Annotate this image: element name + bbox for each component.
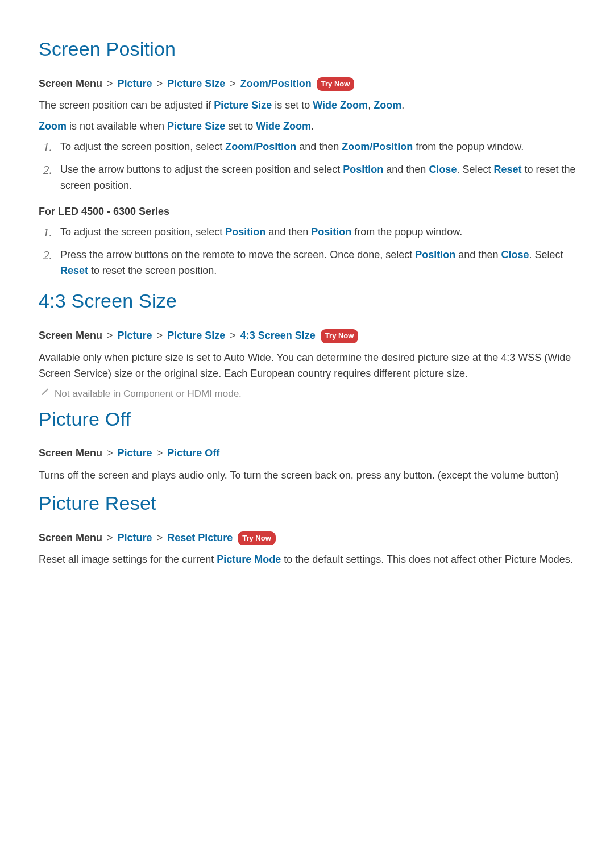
chevron-right-icon: > xyxy=(228,78,238,89)
breadcrumb-root: Screen Menu xyxy=(39,78,102,89)
highlight-term: Close xyxy=(501,249,529,260)
chevron-right-icon: > xyxy=(105,447,115,459)
highlight-term: Zoom xyxy=(374,99,401,111)
breadcrumb-item: Picture xyxy=(118,447,152,459)
manual-page: Screen Position Screen Menu > Picture > … xyxy=(0,0,614,868)
highlight-term: Close xyxy=(429,164,457,175)
breadcrumb-item: Picture xyxy=(118,78,152,89)
highlight-term: Picture Size xyxy=(167,121,225,132)
breadcrumb-root: Screen Menu xyxy=(39,330,102,341)
breadcrumb-item: Picture xyxy=(118,532,152,543)
list-item: 1. To adjust the screen position, select… xyxy=(43,139,578,155)
breadcrumb-item: 4:3 Screen Size xyxy=(240,330,316,341)
heading-screen-position: Screen Position xyxy=(39,34,578,64)
highlight-term: Reset xyxy=(60,265,88,276)
highlight-term: Zoom/Position xyxy=(225,141,296,152)
breadcrumb-item: Picture Size xyxy=(167,78,225,89)
breadcrumb-item: Reset Picture xyxy=(167,532,233,543)
try-now-badge[interactable]: Try Now xyxy=(238,531,276,546)
chevron-right-icon: > xyxy=(105,78,115,89)
list-marker: 1. xyxy=(43,139,60,155)
chevron-right-icon: > xyxy=(155,78,165,89)
paragraph: Turns off the screen and plays audio onl… xyxy=(39,467,578,484)
paragraph: The screen position can be adjusted if P… xyxy=(39,97,578,114)
breadcrumb-root: Screen Menu xyxy=(39,447,102,459)
highlight-term: Zoom/Position xyxy=(342,141,413,152)
breadcrumb-root: Screen Menu xyxy=(39,532,102,543)
breadcrumb: Screen Menu > Picture > Picture Off xyxy=(39,445,578,462)
highlight-term: Position xyxy=(415,249,455,260)
highlight-term: Picture Mode xyxy=(217,554,281,565)
breadcrumb-item: Zoom/Position xyxy=(240,78,312,89)
breadcrumb-item: Picture Size xyxy=(167,330,225,341)
list-item: 2. Press the arrow buttons on the remote… xyxy=(43,247,578,279)
paragraph: Available only when picture size is set … xyxy=(39,350,578,383)
note: Not available in Component or HDMI mode. xyxy=(41,387,578,401)
list-marker: 2. xyxy=(43,247,60,263)
chevron-right-icon: > xyxy=(105,330,115,341)
highlight-term: Zoom xyxy=(39,121,67,132)
try-now-badge[interactable]: Try Now xyxy=(317,77,355,92)
highlight-term: Wide Zoom xyxy=(313,99,368,111)
heading-picture-off: Picture Off xyxy=(39,404,578,434)
ordered-list: 1. To adjust the screen position, select… xyxy=(39,225,578,279)
chevron-right-icon: > xyxy=(155,532,165,543)
pencil-icon xyxy=(41,387,55,395)
list-item: 1. To adjust the screen position, select… xyxy=(43,225,578,240)
heading-43-screen-size: 4:3 Screen Size xyxy=(39,286,578,316)
list-marker: 2. xyxy=(43,162,60,178)
chevron-right-icon: > xyxy=(155,330,165,341)
highlight-term: Position xyxy=(343,164,383,175)
chevron-right-icon: > xyxy=(155,447,165,459)
highlight-term: Picture Size xyxy=(214,99,272,111)
highlight-term: Wide Zoom xyxy=(256,121,311,132)
note-text: Not available in Component or HDMI mode. xyxy=(55,387,242,401)
paragraph: Zoom is not available when Picture Size … xyxy=(39,118,578,135)
chevron-right-icon: > xyxy=(228,330,238,341)
list-item: 2. Use the arrow buttons to adjust the s… xyxy=(43,162,578,194)
breadcrumb-item: Picture Off xyxy=(167,447,219,459)
breadcrumb: Screen Menu > Picture > Picture Size > 4… xyxy=(39,327,578,344)
ordered-list: 1. To adjust the screen position, select… xyxy=(39,139,578,194)
paragraph: Reset all image settings for the current… xyxy=(39,551,578,568)
list-marker: 1. xyxy=(43,225,60,240)
heading-picture-reset: Picture Reset xyxy=(39,488,578,518)
subheading: For LED 4500 - 6300 Series xyxy=(39,204,578,220)
breadcrumb-item: Picture xyxy=(118,330,152,341)
highlight-term: Position xyxy=(225,226,265,238)
highlight-term: Reset xyxy=(493,164,521,175)
try-now-badge[interactable]: Try Now xyxy=(321,329,359,343)
highlight-term: Position xyxy=(311,226,351,238)
breadcrumb: Screen Menu > Picture > Reset Picture Tr… xyxy=(39,530,578,546)
breadcrumb: Screen Menu > Picture > Picture Size > Z… xyxy=(39,76,578,92)
chevron-right-icon: > xyxy=(105,532,115,543)
